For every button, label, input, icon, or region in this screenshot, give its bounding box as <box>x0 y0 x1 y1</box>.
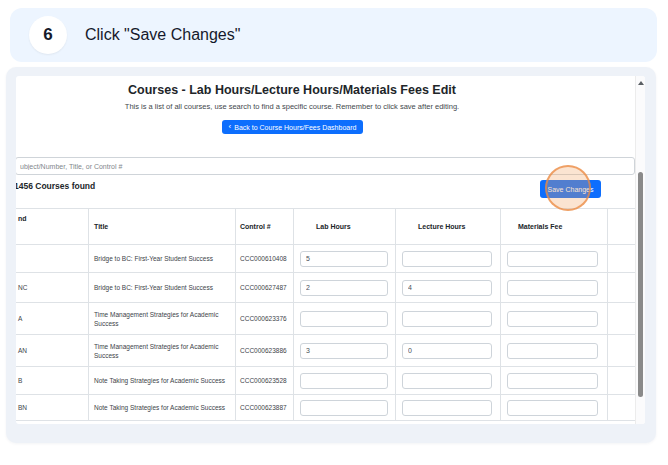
back-button-label: Back to Course Hours/Fees Dashboard <box>234 124 356 131</box>
step-number-badge: 6 <box>29 16 67 54</box>
embedded-screenshot: Courses - Lab Hours/Lecture Hours/Materi… <box>16 76 645 424</box>
lab-hours-input[interactable] <box>300 373 388 389</box>
courses-table: nd Title Control # Lab Hours Lecture Hou… <box>16 208 635 424</box>
cell-subject: A <box>16 314 88 323</box>
table-row: NC Bridge to BC: First-Year Student Succ… <box>16 272 635 302</box>
step-guide-page: 6 Click "Save Changes" Courses - Lab Hou… <box>0 0 668 465</box>
materials-fee-input[interactable] <box>507 373 598 389</box>
materials-fee-input[interactable] <box>507 280 598 296</box>
page-subtitle: This is a list of all courses, use searc… <box>16 102 568 111</box>
cell-subject: AN <box>16 346 88 355</box>
table-row: BN Note Taking Strategies for Academic S… <box>16 394 635 420</box>
lecture-hours-input[interactable] <box>402 311 492 327</box>
page-title: Courses - Lab Hours/Lecture Hours/Materi… <box>16 83 568 97</box>
save-changes-button[interactable]: Save Changes <box>540 180 601 198</box>
table-row: Bridge to BC: First-Year Student Success… <box>16 244 635 272</box>
cell-control: CCC000623887 <box>235 403 293 412</box>
materials-fee-input[interactable] <box>507 251 598 267</box>
cell-title: Bridge to BC: First-Year Student Success <box>88 254 235 263</box>
back-to-dashboard-button[interactable]: ‹ Back to Course Hours/Fees Dashboard <box>222 120 363 134</box>
screenshot-frame: Courses - Lab Hours/Lecture Hours/Materi… <box>6 67 656 443</box>
lab-hours-input[interactable] <box>300 311 388 327</box>
partial-next-row <box>16 420 635 424</box>
header-lecture-hours: Lecture Hours <box>395 209 500 230</box>
cell-title: Time Management Strategies for Academic … <box>88 342 235 360</box>
scrollbar-thumb[interactable] <box>638 172 643 397</box>
lecture-hours-input[interactable] <box>402 400 492 416</box>
lab-hours-input[interactable] <box>300 343 388 359</box>
materials-fee-input[interactable] <box>507 311 598 327</box>
lecture-hours-input[interactable] <box>402 343 492 359</box>
cell-control: CCC000623528 <box>235 376 293 385</box>
header-materials-fee: Materials Fee <box>500 209 607 230</box>
lecture-hours-input[interactable] <box>402 251 492 267</box>
step-title: Click "Save Changes" <box>85 8 240 62</box>
lab-hours-input[interactable] <box>300 280 388 296</box>
cell-subject: NC <box>16 283 88 292</box>
scroll-up-icon[interactable] <box>638 81 644 85</box>
step-number: 6 <box>43 25 52 45</box>
cell-subject: B <box>16 376 88 385</box>
header-title: Title <box>88 209 235 230</box>
results-count: 1456 Courses found <box>16 181 95 191</box>
chevron-left-icon: ‹ <box>229 123 232 131</box>
header-control: Control # <box>235 209 293 230</box>
lab-hours-input[interactable] <box>300 251 388 267</box>
cell-control: CCC000623886 <box>235 346 293 355</box>
cell-title: Note Taking Strategies for Academic Succ… <box>88 376 235 385</box>
table-row: A Time Management Strategies for Academi… <box>16 302 635 334</box>
cell-subject: BN <box>16 403 88 412</box>
table-row: B Note Taking Strategies for Academic Su… <box>16 366 635 394</box>
step-banner: 6 Click "Save Changes" <box>10 8 657 62</box>
materials-fee-input[interactable] <box>507 400 598 416</box>
cell-title: Time Management Strategies for Academic … <box>88 310 235 328</box>
lab-hours-input[interactable] <box>300 400 388 416</box>
header-lab-hours: Lab Hours <box>293 209 395 230</box>
screenshot-scrollbar[interactable] <box>635 76 645 424</box>
table-row: AN Time Management Strategies for Academ… <box>16 334 635 366</box>
cell-control: CCC000610408 <box>235 254 293 263</box>
lecture-hours-input[interactable] <box>402 373 492 389</box>
materials-fee-input[interactable] <box>507 343 598 359</box>
cell-control: CCC000623376 <box>235 314 293 323</box>
header-subject: nd <box>16 209 88 222</box>
search-input[interactable] <box>16 157 635 175</box>
cell-title: Bridge to BC: First-Year Student Success <box>88 283 235 292</box>
lecture-hours-input[interactable] <box>402 280 492 296</box>
cell-title: Note Taking Strategies for Academic Succ… <box>88 403 235 412</box>
cell-control: CCC000627487 <box>235 283 293 292</box>
table-header-row: nd Title Control # Lab Hours Lecture Hou… <box>16 208 635 244</box>
